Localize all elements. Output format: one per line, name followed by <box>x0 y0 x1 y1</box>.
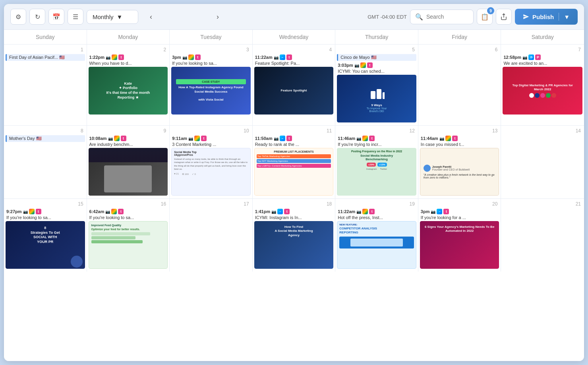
prev-month-button[interactable]: ‹ <box>145 10 157 23</box>
inbox-button[interactable]: 📋 9 <box>477 9 493 25</box>
day-may-8[interactable]: 8 Mother's Day 🇺🇸 <box>4 126 87 198</box>
day-may-11[interactable]: 11 11:50am 📷 ~ t Ready to rank at the ..… <box>253 126 336 198</box>
holiday-asian-pacific: First Day of Asian Pacif... 🇺🇸 <box>6 54 85 61</box>
day-may-10[interactable]: 10 9:11am 📷 t 3 Content Marketing ... So… <box>170 126 253 198</box>
day-may-1[interactable]: 1 First Day of Asian Pacif... 🇺🇸 <box>4 45 87 125</box>
day-may-7[interactable]: 7 12:58pm 📷 ⟳ P We are excited to an... … <box>501 45 584 125</box>
post-may-4[interactable]: 11:22am 📷 ~ t Feature Spotlight: Pa... F… <box>254 54 334 115</box>
calendar-header: Sunday Monday Tuesday Wednesday Thursday… <box>4 30 584 45</box>
day-may-4[interactable]: 4 11:22am 📷 ~ t Feature Spotlight: Pa...… <box>253 45 336 125</box>
post-may-11[interactable]: 11:50am 📷 ~ t Ready to rank at the ... P… <box>254 135 334 196</box>
day-may-12[interactable]: 12 11:46am 📷 t If you're trying to incr.… <box>335 126 418 198</box>
header-friday: Friday <box>418 30 501 44</box>
header-tuesday: Tuesday <box>170 30 253 44</box>
thumb-may-3: CASE STUDY How A Top-Rated Instagram Age… <box>171 67 251 115</box>
week-3: 15 9:27pm 📷 t If you're looking to sa...… <box>4 199 584 272</box>
post-title-may-9: Are industry benchm... <box>89 142 168 147</box>
search-box[interactable]: 🔍 <box>410 10 474 24</box>
nav-controls: ‹ › <box>145 10 224 23</box>
date-1: 1 <box>6 46 85 53</box>
day-may-2[interactable]: 2 1:22pm 📷 t When you have to d... Kate✦… <box>87 45 170 125</box>
refresh-button[interactable]: ↻ <box>29 9 45 25</box>
post-may-20[interactable]: 3pm 📷 ~ t If you're looking for a ... 6 … <box>420 208 499 269</box>
calendar-button[interactable]: 📅 <box>48 9 64 25</box>
post-may-16[interactable]: 6:42am 📷 t If you're looking to sa... Im… <box>89 208 168 269</box>
time-may-5: 3:03pm <box>338 63 353 68</box>
day-may-17[interactable]: 17 <box>170 199 253 272</box>
holiday-mothers-day: Mother's Day 🇺🇸 <box>6 135 85 142</box>
post-title-may-12: If you're trying to incr... <box>337 142 416 147</box>
camera-icon-7: 📷 <box>522 55 527 60</box>
post-may-19[interactable]: 11:22am 📷 t Hot off the press, Inst... N… <box>337 208 416 269</box>
svg-rect-2 <box>383 92 385 99</box>
thumb-may-19: NEW FEATURE: COMPETITOR ANALYSISREPORTIN… <box>337 221 416 269</box>
post-title-may-13: In case you missed t... <box>420 142 499 147</box>
thumb-may-5: 9 Ways To Improve YourBrand's DEI <box>337 75 416 122</box>
week-2: 8 Mother's Day 🇺🇸 9 10:08am 📷 t Are indu… <box>4 126 584 199</box>
day-may-3[interactable]: 3 3pm 📷 t If you're looking to sa... CAS… <box>170 45 253 125</box>
day-may-13[interactable]: 13 11:44am 📷 t In case you missed t... <box>418 126 501 198</box>
camera-icon-19: 📷 <box>356 210 361 214</box>
day-may-21[interactable]: 21 <box>501 199 584 272</box>
list-button[interactable]: ☰ <box>68 9 83 25</box>
publish-button[interactable]: Publish ▼ <box>515 9 578 25</box>
svg-rect-0 <box>371 91 375 99</box>
date-9: 9 <box>89 127 168 134</box>
post-title-may-3: If you're looking to sa... <box>171 60 251 66</box>
post-may-10[interactable]: 9:11am 📷 t 3 Content Marketing ... Socia… <box>171 135 251 196</box>
time-may-20: 3pm <box>421 209 430 214</box>
post-may-12[interactable]: 11:46am 📷 t If you're trying to incr... … <box>337 135 416 196</box>
post-may-3[interactable]: 3pm 📷 t If you're looking to sa... CASE … <box>171 54 251 115</box>
day-may-20[interactable]: 20 3pm 📷 ~ t If you're looking for a ...… <box>418 199 501 272</box>
tumblr-icon-11: t <box>286 136 292 141</box>
date-12: 12 <box>337 127 416 134</box>
thumb-text-may-4: Feature Spotlight <box>279 87 309 94</box>
publish-divider <box>559 13 559 21</box>
thumb-may-20: 6 Signs Your Agency's Marketing Needs To… <box>420 221 499 269</box>
tumblr-icon-16: t <box>118 209 124 214</box>
navi-icon-4: ~ <box>280 54 285 60</box>
thumb-text-may-3: CASE STUDY How A Top-Rated Instagram Age… <box>174 78 248 104</box>
day-may-9[interactable]: 9 10:08am 📷 t Are industry benchm... COM… <box>87 126 170 198</box>
inbox-badge: 9 <box>487 7 494 14</box>
date-10: 10 <box>171 127 251 134</box>
share-button[interactable] <box>496 9 512 25</box>
thumb-may-4: Feature Spotlight <box>254 67 334 115</box>
post-may-15[interactable]: 9:27pm 📷 t If you're looking to sa... 8S… <box>6 208 85 269</box>
camera-icon-4: 📷 <box>274 55 279 60</box>
day-may-5[interactable]: 5 Cinco de Mayo 🇺🇸 3:03pm 📷 t ICYMI: You… <box>335 45 418 125</box>
post-title-may-16: If you're looking to sa... <box>89 215 168 220</box>
post-may-18[interactable]: 1:41pm 📷 ~ t ICYMI: Instagram is In... H… <box>254 208 334 269</box>
tumblr-icon-15: t <box>36 209 41 214</box>
day-may-18[interactable]: 18 1:41pm 📷 ~ t ICYMI: Instagram is In..… <box>253 199 336 272</box>
navi-icon-18: ~ <box>277 209 283 214</box>
thumb-text-may-15: 8Strategies To GetSOCIAL WITHYOUR PR <box>9 224 82 246</box>
date-15: 15 <box>6 200 85 208</box>
post-may-9[interactable]: 10:08am 📷 t Are industry benchm... COMPE… <box>89 135 168 196</box>
search-input[interactable] <box>426 14 466 20</box>
camera-icon-11: 📷 <box>274 136 279 141</box>
thumb-may-11: PREMIUM LIST PLACEMENTS Top TikTok Marke… <box>254 148 334 196</box>
post-may-13[interactable]: 11:44am 📷 t In case you missed t... Jose… <box>420 135 499 196</box>
next-month-button[interactable]: › <box>211 10 224 23</box>
settings-button[interactable]: ⚙ <box>10 9 26 25</box>
post-may-2[interactable]: 1:22pm 📷 t When you have to d... Kate✦ P… <box>89 54 168 115</box>
post-may-7[interactable]: 12:58pm 📷 ⟳ P We are excited to an... To… <box>503 54 582 115</box>
view-dropdown[interactable]: Monthly ▼ <box>87 10 138 24</box>
tumblr-icon-4: t <box>286 54 292 60</box>
dropdown-arrow: ▼ <box>117 14 123 20</box>
time-may-16: 6:42am <box>89 209 104 214</box>
day-may-15[interactable]: 15 9:27pm 📷 t If you're looking to sa...… <box>4 199 87 272</box>
date-16: 16 <box>89 200 168 208</box>
camera-icon-18: 📷 <box>271 210 276 214</box>
post-may-5[interactable]: 3:03pm 📷 t ICYMI: You can sched... <box>337 62 416 122</box>
time-may-12: 11:46am <box>338 136 355 141</box>
post-title-may-19: Hot off the press, Inst... <box>337 215 416 220</box>
time-may-2: 1:22pm <box>89 55 105 60</box>
day-may-14[interactable]: 14 <box>501 126 584 198</box>
thumb-may-15: 8Strategies To GetSOCIAL WITHYOUR PR <box>6 221 85 269</box>
tumblr-icon-20: t <box>443 209 449 214</box>
day-may-16[interactable]: 16 6:42am 📷 t If you're looking to sa...… <box>87 199 170 272</box>
day-may-19[interactable]: 19 11:22am 📷 t Hot off the press, Inst..… <box>335 199 418 272</box>
day-may-6[interactable]: 6 <box>418 45 501 125</box>
